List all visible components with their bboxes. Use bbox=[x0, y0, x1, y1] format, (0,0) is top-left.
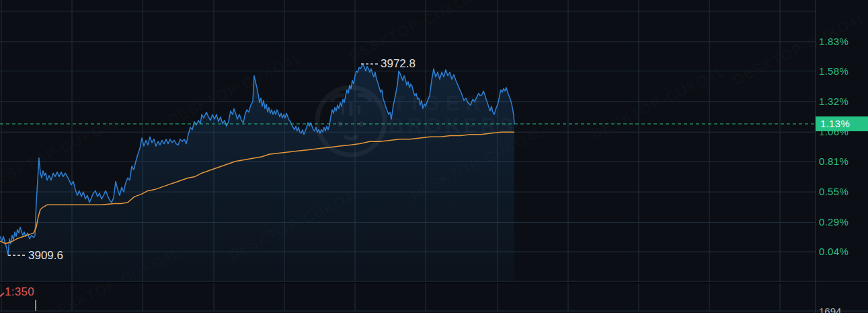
volume-indicator-label: 1:350 bbox=[5, 285, 34, 299]
volume-bar-up bbox=[35, 300, 36, 309]
tiger-logo-watermark-icon bbox=[311, 81, 391, 162]
chart-plot-area[interactable] bbox=[0, 0, 868, 313]
volume-axis-max-label: 1694 bbox=[819, 306, 841, 313]
y-axis-clipped-top-label: 2.09% bbox=[819, 0, 849, 1]
volume-bar-down-tip bbox=[35, 309, 36, 311]
current-price-badge: 1.13% bbox=[816, 116, 868, 131]
session-high-annotation: 3972.8 bbox=[381, 57, 416, 71]
brand-watermark-line1: TIGER bbox=[393, 92, 487, 116]
intraday-chart-panel: DESKTOP-CUKO4L DESKTOP-CUKO4L DESKTOP-CU… bbox=[0, 0, 868, 313]
session-low-annotation: 3909.6 bbox=[28, 249, 63, 263]
pane-divider-gap bbox=[0, 282, 868, 283]
brand-watermark-line2: BROKERS bbox=[389, 114, 516, 138]
